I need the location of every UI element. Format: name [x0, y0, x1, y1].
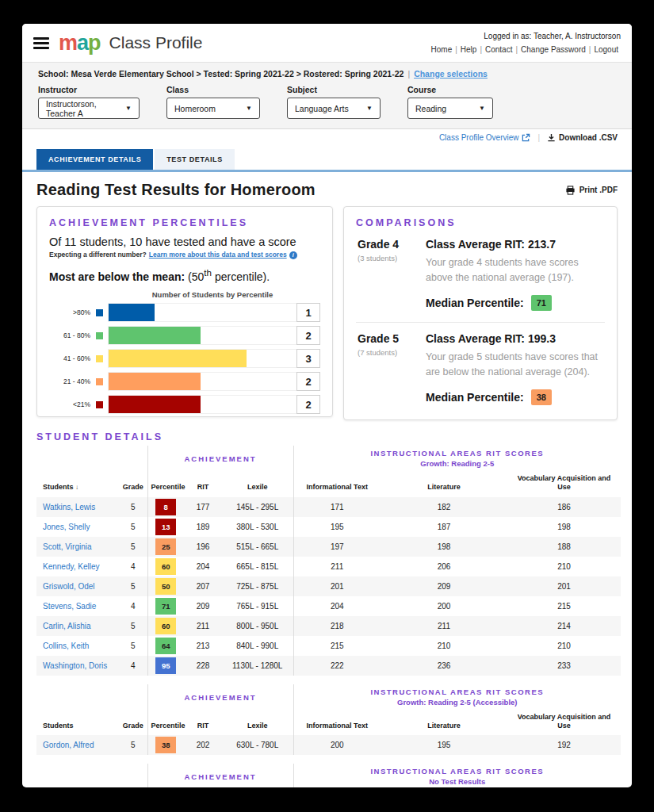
col-percentile: Percentile [147, 471, 184, 497]
filters-row: Instructor Instructorson, Teacher A▼ Cla… [38, 85, 616, 119]
lexile-cell: 840L - 990L [222, 636, 293, 656]
literature-cell: 209 [381, 576, 507, 596]
student-table: ACHIEVEMENTINSTRUCTIONAL AREAS RIT SCORE… [36, 764, 621, 787]
class-select[interactable]: Homeroom▼ [166, 98, 260, 119]
col-rit: RIT [184, 710, 222, 736]
grade-cell: 5 [119, 735, 147, 755]
expecting-line: Expecting a different number?Learn more … [49, 251, 320, 259]
course-select[interactable]: Reading▼ [407, 98, 493, 119]
grade-count: (3 students) [358, 254, 426, 262]
col-lexile: Lexile [222, 471, 293, 497]
nav-change-password[interactable]: Change Password [518, 45, 588, 54]
nav-help[interactable]: Help [458, 45, 480, 54]
tab-test-details[interactable]: TEST DETAILS [155, 149, 235, 170]
nav-contact[interactable]: Contact [483, 45, 514, 54]
download-csv-button[interactable]: Download .CSV [547, 133, 618, 142]
student-link[interactable]: Collins, Keith [43, 642, 89, 650]
column-header-row: Students ↓GradePercentileRITLexileInform… [36, 471, 621, 497]
literature-cell: 211 [381, 616, 507, 636]
literature-cell: 187 [381, 517, 507, 537]
chart-bar-row: 41 - 60%3 [49, 349, 320, 368]
student-link[interactable]: Scott, Virginia [43, 542, 92, 551]
class-profile-overview-link[interactable]: Class Profile Overview [439, 133, 531, 142]
map-logo: map [59, 33, 101, 54]
literature-cell: 210 [381, 636, 507, 656]
top-header: map Class Profile Logged in as: Teacher,… [22, 24, 632, 62]
title-row: Reading Test Results for Homeroom Print … [22, 172, 632, 206]
instructional-areas-group-header: INSTRUCTIONAL AREAS RIT SCORESNo Test Re… [293, 764, 621, 787]
student-link[interactable]: Washington, Doris [43, 661, 107, 670]
percentile-cell: 25 [147, 537, 184, 557]
table-row: Carlin, Alishia560211800L - 950L21821121… [36, 616, 621, 636]
rit-cell: 196 [184, 537, 222, 557]
percentile-badge: 64 [155, 638, 176, 654]
student-link[interactable]: Kennedy, Kelley [43, 562, 100, 571]
table-row: Gordon, Alfred538202630L - 780L200195192 [36, 735, 621, 755]
table-row: Kennedy, Kelley460204665L - 815L21120621… [36, 557, 621, 576]
student-link[interactable]: Griswold, Odel [43, 582, 95, 591]
col-lexile: Lexile [222, 710, 293, 736]
logged-in-text: Logged in as: Teacher, A. Instructorson [429, 32, 621, 40]
vocabulary-cell: 215 [507, 596, 621, 616]
percentile-badge: 60 [155, 618, 176, 634]
literature-cell: 236 [381, 656, 507, 676]
nav-home[interactable]: Home [429, 45, 455, 54]
percentile-cell: 8 [147, 497, 184, 517]
informational-text-cell: 211 [293, 557, 381, 576]
percentile-badge: 8 [155, 499, 176, 515]
rit-cell: 211 [184, 616, 222, 636]
student-link[interactable]: Jones, Shelly [43, 523, 90, 531]
instructor-select[interactable]: Instructorson, Teacher A▼ [38, 98, 140, 119]
student-link[interactable]: Stevens, Sadie [43, 602, 96, 611]
ia-header-title: INSTRUCTIONAL AREAS RIT SCORES [294, 688, 621, 696]
lexile-cell: 1130L - 1280L [222, 656, 293, 676]
sort-descending-icon[interactable]: ↓ [75, 484, 78, 491]
literature-cell: 195 [381, 735, 507, 755]
toolbar-separator: | [537, 133, 540, 142]
legend-swatch-icon [96, 355, 103, 362]
achievement-percentiles-panel: ACHIEVEMENT PERCENTILES Of 11 students, … [36, 206, 333, 417]
col-students[interactable]: Students ↓ [36, 471, 119, 497]
percentile-bar-chart: Number of Students by Percentile >80%161… [49, 290, 320, 414]
lexile-cell: 630L - 780L [222, 735, 293, 755]
student-link[interactable]: Carlin, Alishia [43, 622, 91, 630]
page-title: Reading Test Results for Homeroom [36, 181, 316, 199]
col-vocabulary: Vocabulary Acquisition and Use [507, 471, 621, 497]
grade-cell: 5 [119, 636, 147, 656]
rit-cell: 202 [184, 735, 222, 755]
chevron-down-icon: ▼ [125, 105, 132, 112]
change-selections-link[interactable]: Change selections [414, 69, 488, 79]
info-icon[interactable]: i [289, 251, 297, 259]
print-pdf-button[interactable]: Print .PDF [565, 186, 618, 195]
informational-text-cell: 204 [293, 596, 381, 616]
nav-logout[interactable]: Logout [591, 45, 621, 54]
median-percentile-row: Median Percentile: 38 [426, 389, 603, 405]
app-title: Class Profile [109, 33, 203, 52]
grade-description: Your grade 4 students have scores above … [426, 255, 603, 286]
percentile-cell: 64 [147, 636, 184, 656]
ia-header-title: INSTRUCTIONAL AREAS RIT SCORES [294, 449, 621, 458]
col-literature: Literature [381, 471, 507, 497]
subject-select[interactable]: Language Arts▼ [287, 98, 381, 119]
hamburger-menu-icon[interactable] [33, 37, 49, 49]
student-link[interactable]: Watkins, Lewis [43, 503, 95, 511]
instructional-areas-group-header: INSTRUCTIONAL AREAS RIT SCORESGrowth: Re… [293, 684, 621, 710]
col-grade: Grade [119, 710, 147, 736]
summary-panels: ACHIEVEMENT PERCENTILES Of 11 students, … [22, 206, 632, 420]
col-literature: Literature [381, 710, 507, 736]
percentile-cell: 13 [147, 517, 184, 537]
grade-label: Grade 5 [358, 332, 426, 345]
student-table: ACHIEVEMENTINSTRUCTIONAL AREAS RIT SCORE… [36, 446, 621, 676]
tab-achievement-details[interactable]: ACHIEVEMENT DETAILS [36, 149, 153, 170]
printer-icon [565, 186, 576, 195]
percentile-cell: 50 [147, 576, 184, 596]
breadcrumb: School: Mesa Verde Elementary School > T… [38, 69, 616, 79]
learn-more-link[interactable]: Learn more about this data and test scor… [149, 251, 287, 259]
grade-cell: 5 [119, 497, 147, 517]
student-link[interactable]: Gordon, Alfred [43, 741, 94, 749]
toolbar-links: Class Profile Overview | Download .CSV [439, 133, 618, 142]
legend-swatch-icon [96, 332, 103, 339]
achievement-group-header: ACHIEVEMENT [147, 446, 293, 471]
grade-cell: 4 [119, 557, 147, 576]
vocabulary-cell: 214 [507, 616, 621, 636]
